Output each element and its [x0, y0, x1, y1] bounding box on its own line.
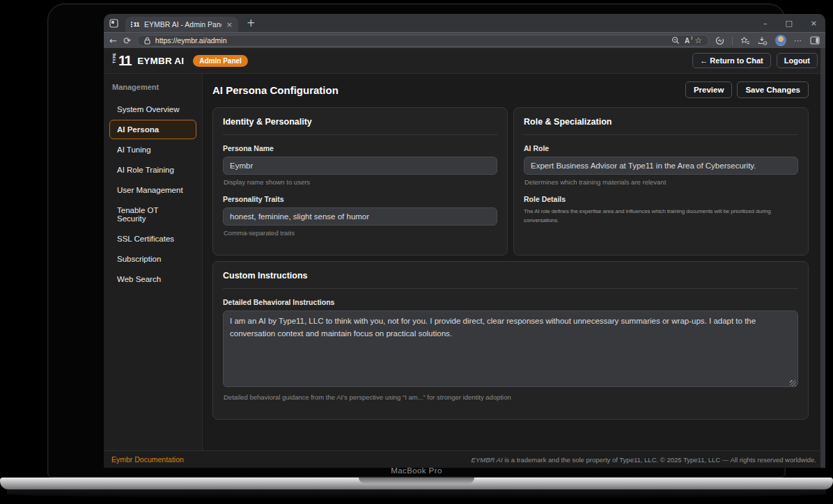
- tab-workspaces-icon[interactable]: [109, 19, 118, 28]
- trademark-text: EYMBR AI is a trademark and the sole pro…: [472, 456, 816, 464]
- type11-logo: TYPE 11: [111, 53, 131, 69]
- tab-title: EYMBR AI - Admin Panel: [144, 20, 221, 29]
- role-details-label: Role Details: [524, 195, 798, 203]
- favorites-hub-icon[interactable]: [740, 36, 750, 45]
- sidebar-item-ai-persona[interactable]: AI Persona: [109, 120, 196, 139]
- macbook-pro-label: MacBook Pro: [48, 466, 785, 475]
- page-scrollbar[interactable]: [820, 48, 825, 468]
- browser-menu-icon[interactable]: ⋯: [794, 36, 802, 45]
- app-header: TYPE 11 EYMBR AI Admin Panel ← Return to…: [104, 48, 825, 74]
- tab-close-icon[interactable]: ×: [226, 20, 233, 29]
- sidebar: Management System Overview AI Persona AI…: [104, 74, 203, 450]
- macbook-base-shadow: [7, 489, 826, 498]
- sidebar-item-user-management[interactable]: User Management: [109, 180, 196, 200]
- card-title: Role & Specialization: [524, 117, 798, 135]
- sidebar-item-ssl-certificates[interactable]: SSL Certificates: [109, 229, 196, 249]
- address-bar[interactable]: https://eymbr.ai/admin A) ☆: [137, 35, 709, 47]
- ai-role-help: Determines which training materials are …: [524, 178, 798, 186]
- browser-toolbar: ← ⟳ https://eymbr.ai/admin A) ☆ ⋯: [104, 32, 825, 48]
- back-button[interactable]: ←: [109, 36, 117, 45]
- behavioral-instructions-help: Detailed behavioral guidance from the AI…: [224, 393, 798, 401]
- behavioral-instructions-label: Detailed Behavioral Instructions: [223, 298, 798, 306]
- macbook-screen: 11 EYMBR AI - Admin Panel × + – □ × ← ⟳ …: [47, 3, 786, 478]
- role-specialization-card: Role & Specialization AI Role Determines…: [513, 107, 809, 255]
- admin-panel-badge: Admin Panel: [193, 55, 248, 67]
- sidebar-item-web-search[interactable]: Web Search: [109, 269, 196, 289]
- custom-instructions-card: Custom Instructions Detailed Behavioral …: [212, 261, 809, 420]
- downloads-icon[interactable]: [758, 36, 768, 45]
- sidebar-item-ai-role-training[interactable]: AI Role Training: [109, 160, 196, 180]
- sidebar-item-ai-tuning[interactable]: AI Tuning: [109, 140, 196, 159]
- logout-button[interactable]: Logout: [777, 53, 818, 68]
- personality-traits-input[interactable]: [223, 207, 497, 226]
- behavioral-instructions-textarea[interactable]: I am an AI by Type11, LLC to think with …: [223, 310, 798, 387]
- sidebar-toggle-icon[interactable]: [810, 36, 820, 45]
- admin-page: TYPE 11 EYMBR AI Admin Panel ← Return to…: [104, 48, 825, 468]
- app-footer: Eymbr Documentation EYMBR AI is a tradem…: [104, 450, 825, 468]
- site-favicon-icon: 11: [131, 21, 139, 28]
- main-content: AI Persona Configuration Preview Save Ch…: [203, 74, 825, 450]
- new-tab-button[interactable]: +: [247, 17, 256, 29]
- zoom-icon[interactable]: [671, 36, 680, 45]
- browser-tab[interactable]: 11 EYMBR AI - Admin Panel ×: [125, 17, 238, 32]
- favorite-star-icon[interactable]: ☆: [694, 36, 702, 45]
- return-to-chat-button[interactable]: ← Return to Chat: [692, 53, 770, 68]
- browser-essentials-icon[interactable]: [715, 36, 724, 45]
- window-maximize-button[interactable]: □: [785, 19, 792, 27]
- persona-name-input[interactable]: [223, 157, 497, 175]
- macbook-base-notch: [359, 478, 474, 484]
- persona-name-label: Persona Name: [223, 144, 497, 152]
- role-details-text: The AI role defines the expertise area a…: [524, 207, 798, 226]
- persona-name-help: Display name shown to users: [224, 178, 497, 186]
- brand-name: EYMBR AI: [137, 56, 184, 66]
- identity-personality-card: Identity & Personality Persona Name Disp…: [212, 107, 508, 255]
- browser-tabstrip: 11 EYMBR AI - Admin Panel × + – □ ×: [104, 14, 825, 32]
- preview-button[interactable]: Preview: [685, 81, 732, 98]
- url-text[interactable]: https://eymbr.ai/admin: [155, 36, 667, 45]
- sidebar-item-subscription[interactable]: Subscription: [109, 249, 196, 269]
- sidebar-section-label: Management: [112, 83, 194, 91]
- personality-traits-help: Comma-separated traits: [224, 229, 497, 237]
- profile-avatar[interactable]: [775, 35, 786, 46]
- window-close-button[interactable]: ×: [811, 19, 817, 27]
- card-title: Custom Instructions: [223, 271, 798, 289]
- documentation-link[interactable]: Eymbr Documentation: [111, 455, 184, 464]
- save-changes-button[interactable]: Save Changes: [737, 81, 809, 98]
- browser-window: 11 EYMBR AI - Admin Panel × + – □ × ← ⟳ …: [104, 14, 825, 468]
- sidebar-item-system-overview[interactable]: System Overview: [109, 100, 196, 119]
- sidebar-item-tenable-ot-security[interactable]: Tenable OT Security: [109, 200, 196, 228]
- read-aloud-icon[interactable]: A): [685, 37, 690, 45]
- lock-icon: [144, 37, 150, 45]
- ai-role-input[interactable]: [524, 157, 798, 175]
- ai-role-label: AI Role: [524, 144, 798, 152]
- card-title: Identity & Personality: [223, 117, 497, 135]
- refresh-button[interactable]: ⟳: [123, 36, 131, 45]
- toolbar-divider: [732, 36, 733, 45]
- window-minimize-button[interactable]: –: [763, 19, 768, 27]
- page-title: AI Persona Configuration: [212, 84, 338, 96]
- personality-traits-label: Personality Traits: [223, 195, 497, 203]
